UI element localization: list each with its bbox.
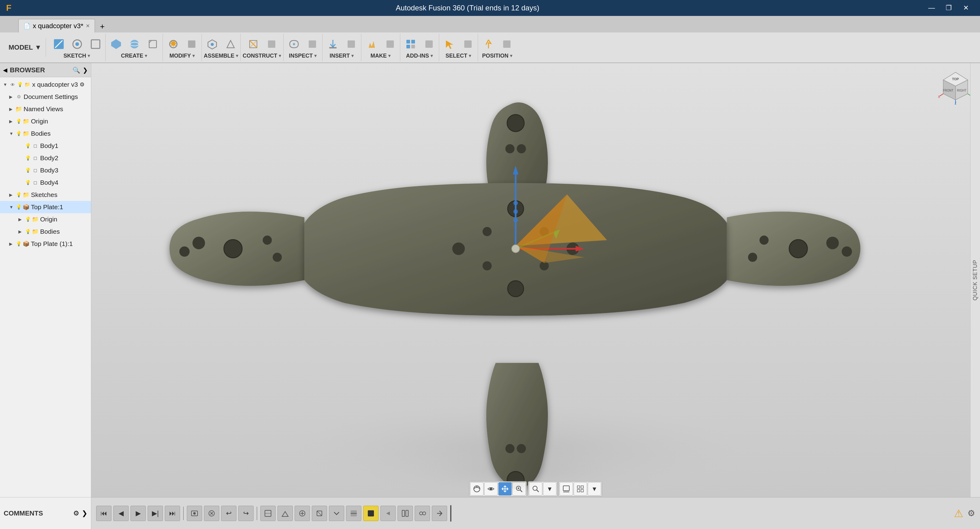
construct-tool-1[interactable] [245,36,262,52]
inspect-tool-2[interactable] [304,36,321,52]
grid-dropdown-button[interactable]: ▼ [588,482,601,496]
comments-expand-icon[interactable]: ❯ [82,509,87,517]
tree-item-sketches[interactable]: ▶ 💡 📁 Sketches [0,189,91,201]
minimize-button[interactable]: — [924,3,940,13]
insert-label[interactable]: INSERT ▼ [329,53,355,59]
orbit-button[interactable] [470,482,484,496]
svg-rect-13 [329,47,337,48]
active-tab[interactable]: 📄 x quadcopter v3* ✕ [18,19,95,32]
timeline-feature-5[interactable] [329,506,344,521]
settings-gear-icon[interactable]: ⚙ [967,508,975,518]
modify-label[interactable]: MODIFY ▼ [169,53,196,59]
timeline-feature-2[interactable] [277,506,293,521]
position-tool-2[interactable] [498,36,515,52]
timeline-feature-8[interactable] [398,506,413,521]
timeline-feature-7[interactable] [380,506,396,521]
create-tool-1[interactable] [108,36,125,52]
select-tool-2[interactable] [460,36,477,52]
tree-item-top-plate-origin[interactable]: ▶ 💡 📁 Origin [0,213,91,225]
timeline-feature-10[interactable] [432,506,447,521]
timeline-feature-1[interactable] [260,506,275,521]
timeline-feature-6[interactable] [346,506,361,521]
timeline-marker[interactable] [450,505,452,522]
timeline-record-button[interactable] [187,506,202,521]
construct-tool-2[interactable] [263,36,280,52]
tree-item-top-plate[interactable]: ▼ 💡 📦 Top Plate:1 [0,201,91,213]
zoom-dropdown-button[interactable]: ▼ [543,482,557,496]
modify-tool-1[interactable] [165,36,182,52]
timeline-prev-button[interactable]: ◀ [113,506,129,521]
tree-item-body1[interactable]: 💡 ◻ Body1 [0,140,91,152]
create-label[interactable]: CREATE ▼ [121,53,148,59]
inspect-tool-1[interactable] [285,36,302,52]
zoom-fit-button[interactable] [512,482,526,496]
timeline-undo-button[interactable]: ↩ [221,506,236,521]
create-tool-3[interactable] [144,36,161,52]
browser-expand-icon[interactable]: ❯ [83,67,88,74]
timeline-end-button[interactable]: ⏭ [165,506,180,521]
assemble-tool-2[interactable] [222,36,239,52]
tree-item-bodies[interactable]: ▼ 💡 📁 Bodies [0,127,91,140]
tree-item-origin[interactable]: ▶ 💡 📁 Origin [0,115,91,127]
construct-label[interactable]: CONSTRUCT ▼ [243,53,282,59]
sketch-label[interactable]: SKETCH ▼ [64,53,91,59]
make-label[interactable]: MAKE ▼ [371,53,392,59]
tree-item-top-plate-1-1[interactable]: ▶ 💡 📦 Top Plate (1):1 [0,238,91,250]
view-cube[interactable]: TOP RIGHT FRONT Z X Y [937,69,974,106]
sketch-tool-1[interactable] [50,36,67,52]
addins-tool-1[interactable] [402,36,419,52]
warning-icon[interactable]: ⚠ [954,507,963,519]
assemble-label[interactable]: ASSEMBLE ▼ [204,53,239,59]
restore-button[interactable]: ❐ [941,3,957,13]
timeline-play-button[interactable]: ▶ [130,506,146,521]
grid-display-button[interactable] [574,482,587,496]
new-tab-button[interactable]: + [96,20,108,32]
browser-collapse-icon[interactable]: ◀ [3,67,7,73]
timeline-feature-4[interactable] [312,506,327,521]
timeline-next-button[interactable]: ▶| [148,506,163,521]
tree-item-named-views[interactable]: ▶ 📁 Named Views [0,103,91,115]
tree-item-doc-settings[interactable]: ▶ ⚙ Document Settings [0,91,91,103]
modify-tool-2[interactable] [183,36,200,52]
comments-settings-icon[interactable]: ⚙ [73,509,79,517]
quick-setup-panel[interactable]: QUICK SETUP [970,63,980,497]
close-button[interactable]: ✕ [958,3,974,13]
status-divider-2 [257,507,257,520]
root-settings-icon[interactable]: ⚙ [80,81,84,88]
look-at-button[interactable] [484,482,498,496]
pan-button[interactable] [498,482,512,496]
position-tool-1[interactable] [480,36,497,52]
timeline-feature-3[interactable] [294,506,310,521]
position-label[interactable]: POSITION ▼ [482,53,513,59]
sketch-tool-2[interactable] [68,36,86,52]
insert-tool-1[interactable] [324,36,342,52]
timeline-feature-current[interactable] [363,506,379,521]
make-tool-2[interactable] [382,36,399,52]
assemble-tool-1[interactable] [204,36,221,52]
zoom-button[interactable] [529,482,542,496]
sketches-folder-icon: 📁 [23,191,29,198]
select-tool-1[interactable] [441,36,458,52]
browser-search-icon[interactable]: 🔍 [73,67,80,74]
select-label[interactable]: SELECT ▼ [445,53,472,59]
inspect-label[interactable]: INSPECT ▼ [289,53,318,59]
timeline-start-button[interactable]: ⏮ [96,506,111,521]
display-mode-button[interactable] [560,482,573,496]
tree-item-body2[interactable]: 💡 ◻ Body2 [0,152,91,164]
timeline-redo-button[interactable]: ↪ [238,506,254,521]
make-tool-1[interactable] [363,36,380,52]
tree-item-root[interactable]: ▼ 👁 💡 📁 x quadcopter v3 ⚙ [0,78,91,91]
tree-item-top-plate-bodies[interactable]: ▶ 💡 📁 Bodies [0,225,91,238]
addins-label[interactable]: ADD-INS ▼ [406,53,434,59]
timeline-stop-button[interactable] [204,506,219,521]
tab-close-icon[interactable]: ✕ [86,23,90,29]
tree-item-body3[interactable]: 💡 ◻ Body3 [0,164,91,177]
addins-tool-2[interactable] [420,36,438,52]
create-tool-2[interactable] [126,36,143,52]
tree-item-body4[interactable]: 💡 ◻ Body4 [0,177,91,189]
sketch-tool-3[interactable] [87,36,104,52]
viewport[interactable]: TOP RIGHT FRONT Z X Y [91,63,980,497]
timeline-feature-9[interactable] [415,506,430,521]
insert-tool-2[interactable] [343,36,360,52]
model-dropdown-button[interactable]: MODEL ▼ [4,38,46,57]
